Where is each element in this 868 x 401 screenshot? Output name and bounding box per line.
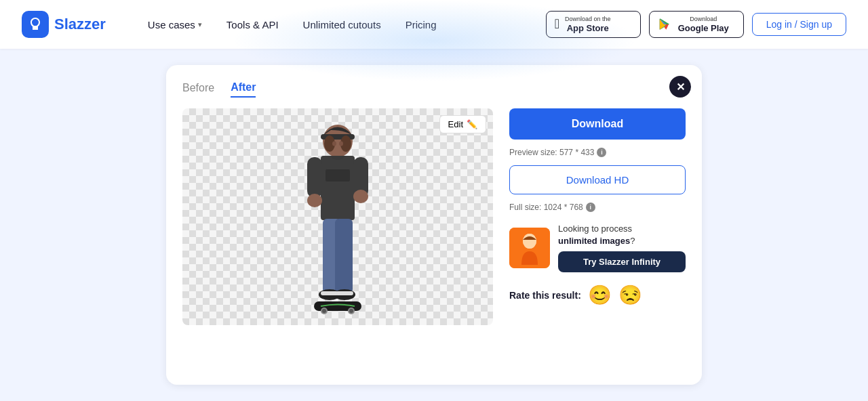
promo-thumbnail: [509, 228, 550, 268]
rate-label: Rate this result:: [509, 290, 581, 301]
tab-after[interactable]: After: [231, 81, 256, 98]
svg-rect-0: [33, 27, 37, 28]
nav-tools[interactable]: Tools & API: [217, 14, 288, 36]
edit-button[interactable]: Edit ✏️: [439, 115, 486, 133]
svg-rect-1: [33, 28, 37, 30]
main-nav: Use cases ▾ Tools & API Unlimited cutout…: [138, 14, 524, 36]
svg-rect-8: [321, 156, 355, 220]
google-play-button[interactable]: Download Google Play: [649, 11, 744, 38]
header-actions:  Download on the App Store Download Goo…: [546, 11, 846, 38]
rate-happy-button[interactable]: 😊: [588, 286, 612, 305]
info-icon: i: [597, 148, 606, 157]
apple-icon: : [555, 16, 559, 32]
svg-point-7: [339, 142, 343, 146]
promo-content: Looking to process unlimited images? Try…: [558, 223, 686, 272]
pencil-icon: ✏️: [467, 119, 477, 129]
header: Slazzer Use cases ▾ Tools & API Unlimite…: [0, 0, 868, 49]
rate-section: Rate this result: 😊 😒: [509, 286, 686, 305]
result-card: Before After ✕ Edit ✏️: [166, 65, 702, 385]
svg-point-13: [353, 190, 368, 203]
promo-box: Looking to process unlimited images? Try…: [509, 223, 686, 272]
rate-neutral-button[interactable]: 😒: [618, 286, 642, 305]
logo-icon: [22, 11, 49, 38]
promo-text: Looking to process unlimited images?: [558, 223, 686, 247]
nav-unlimited[interactable]: Unlimited cutouts: [294, 14, 391, 36]
info-icon-hd: i: [586, 203, 595, 212]
svg-point-6: [332, 142, 336, 146]
login-signup-button[interactable]: Log in / Sign up: [752, 13, 846, 36]
right-panel: Download Preview size: 577 * 433 i Downl…: [509, 108, 686, 325]
google-play-icon: [658, 17, 673, 32]
card-body: Edit ✏️: [182, 108, 686, 325]
svg-point-12: [307, 194, 322, 207]
svg-point-23: [322, 309, 326, 313]
chevron-down-icon: ▾: [198, 20, 202, 29]
svg-rect-9: [326, 169, 350, 182]
svg-rect-15: [335, 219, 353, 293]
download-button[interactable]: Download: [509, 108, 686, 140]
main-content: Before After ✕ Edit ✏️: [0, 49, 868, 401]
svg-point-27: [523, 234, 536, 249]
nav-pricing[interactable]: Pricing: [396, 14, 446, 36]
download-hd-button[interactable]: Download HD: [509, 165, 686, 194]
try-infinity-button[interactable]: Try Slazzer Infinity: [558, 251, 686, 272]
logo-text: Slazzer: [54, 16, 106, 33]
app-store-button[interactable]:  Download on the App Store: [546, 11, 641, 38]
card-tabs: Before After: [182, 81, 686, 98]
result-image-area: Edit ✏️: [182, 108, 493, 325]
logo[interactable]: Slazzer: [22, 11, 106, 38]
svg-rect-19: [336, 291, 353, 295]
svg-point-24: [349, 309, 353, 313]
tab-before[interactable]: Before: [182, 82, 214, 97]
person-figure: [283, 115, 392, 325]
close-button[interactable]: ✕: [669, 76, 691, 98]
full-size-info: Full size: 1024 * 768 i: [509, 203, 686, 212]
nav-use-cases[interactable]: Use cases ▾: [138, 14, 212, 36]
preview-size-info: Preview size: 577 * 433 i: [509, 148, 686, 157]
svg-rect-10: [307, 157, 322, 198]
